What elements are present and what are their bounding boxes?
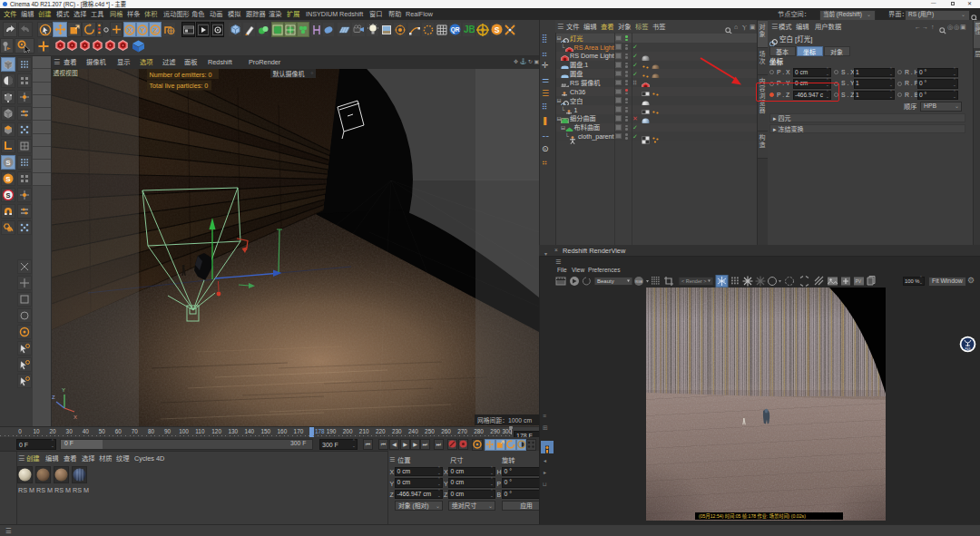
svg-text:S: S <box>5 191 10 200</box>
svg-text:X: X <box>74 414 77 420</box>
svg-text:Z: Z <box>153 25 158 34</box>
svg-text:Y: Y <box>140 25 144 34</box>
svg-text:PV: PV <box>856 278 862 284</box>
svg-text:(05月12:54) 时间:05 帧:178 作业: 场景时: (05月12:54) 时间:05 帧:178 作业: 场景时间) (0.02s) <box>699 512 806 520</box>
svg-text:Number of emitters: 0: Number of emitters: 0 <box>150 71 212 79</box>
svg-text:JB: JB <box>464 24 475 34</box>
svg-text:Beauty: Beauty <box>597 278 614 284</box>
svg-text:透视视图: 透视视图 <box>54 69 78 77</box>
svg-text:< Render >: < Render > <box>681 278 707 284</box>
svg-text:S: S <box>495 25 500 34</box>
svg-text:Z: Z <box>52 395 55 400</box>
svg-text:网格间距：1000 cm: 网格间距：1000 cm <box>477 416 532 424</box>
svg-text:S: S <box>5 159 11 167</box>
svg-text:Y: Y <box>62 387 65 393</box>
svg-text:默认摄像机: 默认摄像机 <box>273 70 305 78</box>
svg-text:QR: QR <box>451 26 460 34</box>
svg-text:Total live particles: 0: Total live particles: 0 <box>150 82 209 90</box>
svg-text:⁘: ⁘ <box>310 71 314 75</box>
svg-text:X: X <box>127 25 132 34</box>
svg-text:P&S: P&S <box>965 347 970 351</box>
svg-text:S: S <box>5 175 11 183</box>
svg-text:RGB: RGB <box>635 280 642 284</box>
